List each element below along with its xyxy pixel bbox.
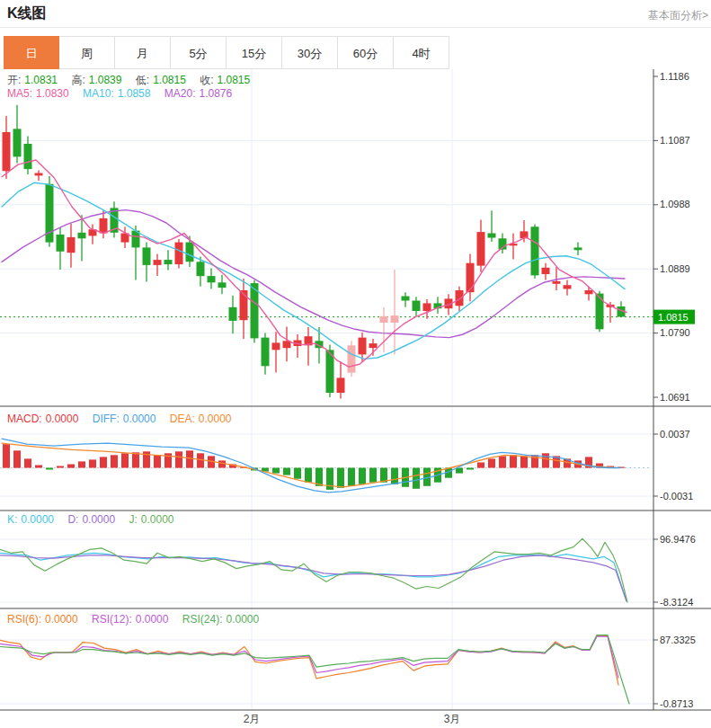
ma20-value: 1.0876 — [199, 87, 232, 100]
candle-body — [542, 268, 550, 274]
rsi-legend: RSI(6):0.0000 RSI(12):0.0000 RSI(24):0.0… — [7, 613, 262, 626]
macd-bar — [175, 451, 182, 467]
candle-body — [175, 243, 183, 265]
diff-value: 0.0000 — [123, 413, 156, 425]
axis-tick-label: 96.9476 — [660, 534, 696, 545]
rsi6-value: 0.0000 — [45, 613, 78, 626]
candle-body — [197, 262, 205, 276]
macd-bar — [348, 468, 355, 486]
macd-bar — [413, 468, 420, 489]
macd-bar — [3, 444, 10, 467]
candle-body — [553, 281, 561, 284]
chart-background — [0, 69, 711, 728]
macd-bar — [46, 468, 53, 470]
candle-body — [391, 315, 399, 323]
macd-bar — [186, 450, 193, 467]
macd-bar — [89, 459, 96, 467]
k-label: K: — [7, 513, 17, 526]
candle-body — [488, 234, 496, 238]
dea-label: DEA: — [170, 413, 195, 425]
k-value: 0.0000 — [21, 513, 54, 526]
ma10-label: MA10: — [83, 87, 114, 100]
ma10-value: 1.0858 — [118, 87, 151, 100]
axis-tick-label: 1.0790 — [660, 327, 690, 338]
kline-page: K线图 基本面分析> 日周月5分15分30分60分4时 1.11861.1087… — [0, 0, 711, 728]
axis-tick-label: -0.8713 — [660, 698, 693, 709]
x-axis-label: 3月 — [444, 713, 461, 725]
candle-body — [531, 226, 539, 275]
candle-body — [78, 233, 86, 239]
candle-body — [574, 247, 582, 250]
candle-body — [218, 282, 227, 288]
macd-bar — [283, 468, 290, 475]
low-value: 1.0815 — [153, 74, 186, 86]
high-value: 1.0839 — [89, 74, 122, 86]
candle-body — [380, 316, 388, 323]
rsi24-value: 0.0000 — [226, 613, 259, 626]
macd-bar — [111, 455, 118, 467]
macd-bar — [78, 461, 85, 467]
macd-bar — [67, 465, 75, 468]
macd-bar — [467, 468, 474, 470]
rsi24-label: RSI(24): — [182, 613, 223, 626]
candle-body — [467, 263, 475, 293]
macd-bar — [305, 468, 312, 483]
low-label: 低: — [136, 74, 149, 86]
macd-legend: MACD:0.0000 DIFF:0.0000 DEA:0.0000 — [7, 413, 235, 425]
d-value: 0.0000 — [82, 513, 115, 526]
macd-bar — [359, 468, 366, 484]
macd-bar — [272, 468, 280, 474]
candle-body — [423, 303, 431, 311]
macd-bar — [100, 457, 107, 467]
macd-bar — [391, 468, 398, 484]
macd-bar — [488, 458, 495, 467]
candle-body — [402, 297, 410, 301]
axis-tick-label: 0.0037 — [660, 429, 690, 439]
candle-body — [143, 247, 151, 265]
ohlc-legend: 开:1.0831 高:1.0839 低:1.0815 收:1.0815 — [7, 73, 253, 88]
candle-body — [100, 218, 108, 234]
rsi12-label: RSI(12): — [92, 613, 132, 626]
macd-bar — [510, 455, 517, 467]
candle-body — [154, 260, 162, 265]
x-axis-label: 2月 — [244, 713, 261, 725]
rsi12-value: 0.0000 — [136, 613, 169, 626]
candle-body — [337, 377, 345, 393]
candle-body — [186, 243, 194, 262]
candle-body — [413, 301, 421, 312]
axis-tick-label: -0.0031 — [660, 491, 693, 502]
axis-tick-label: 1.0988 — [660, 199, 690, 209]
axis-tick-label: 1.0889 — [660, 263, 690, 274]
macd-bar — [369, 468, 377, 483]
macd-bar — [35, 466, 42, 468]
diff-label: DIFF: — [93, 413, 120, 425]
macd-bar — [218, 460, 226, 467]
candle-body — [359, 338, 367, 355]
kdj-legend: K:0.0000 D:0.0000 J:0.0000 — [7, 513, 177, 526]
axis-tick-label: 87.3325 — [660, 635, 696, 645]
open-value: 1.0831 — [24, 74, 58, 86]
high-label: 高: — [71, 74, 84, 86]
candle-body — [164, 260, 173, 264]
candle-body — [272, 342, 280, 350]
ma5-value: 1.0830 — [36, 87, 69, 100]
macd-bar — [24, 458, 31, 467]
axis-tick-label: 1.0691 — [660, 392, 690, 403]
macd-bar — [499, 456, 506, 467]
candle-body — [262, 338, 270, 367]
macd-bar — [337, 468, 344, 488]
candle-body — [13, 129, 22, 156]
axis-tick-label: -8.3124 — [660, 597, 693, 608]
axis-tick-label: 1.1186 — [660, 71, 689, 82]
macd-bar — [154, 455, 161, 467]
current-price-badge-label: 1.0815 — [658, 312, 689, 323]
macd-bar — [121, 453, 129, 467]
macd-bar — [520, 456, 528, 467]
rsi6-label: RSI(6): — [7, 613, 41, 626]
candle-body — [369, 343, 378, 348]
macd-bar — [542, 453, 549, 467]
d-label: D: — [67, 513, 78, 526]
candle-body — [348, 345, 356, 372]
macd-value: 0.0000 — [46, 413, 79, 425]
candle-body — [564, 285, 572, 289]
